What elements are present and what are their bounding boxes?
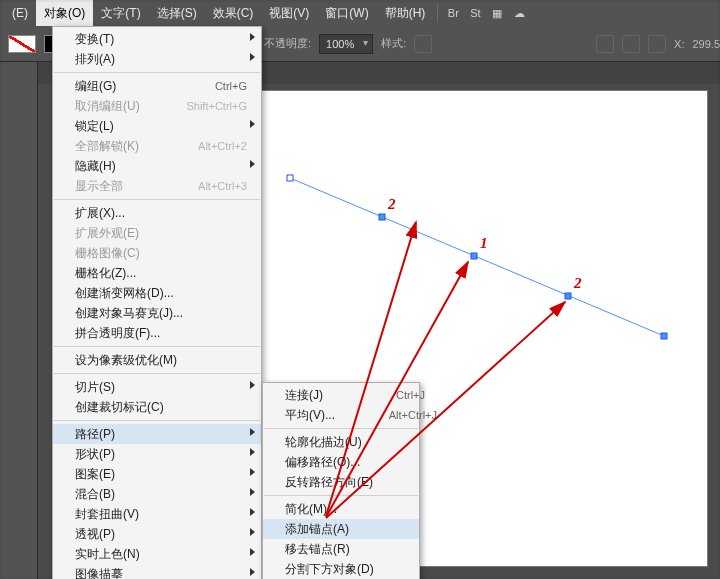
object-menu-item-label: 创建裁切标记(C) bbox=[75, 399, 247, 416]
object-menu-item[interactable]: 创建裁切标记(C) bbox=[53, 397, 261, 417]
arrange-docs-icon[interactable]: ▦ bbox=[486, 0, 508, 26]
object-menu-separator bbox=[54, 199, 260, 200]
object-menu-item-label: 变换(T) bbox=[75, 31, 247, 48]
object-menu-item-label: 显示全部 bbox=[75, 178, 175, 195]
path-submenu-item-label: 分割下方对象(D) bbox=[285, 561, 405, 578]
menu-item-help[interactable]: 帮助(H) bbox=[377, 0, 434, 26]
object-menu-item-label: 扩展(X)... bbox=[75, 205, 247, 222]
path-submenu-item-label: 简化(M)... bbox=[285, 501, 405, 518]
path-submenu-item[interactable]: 轮廓化描边(U) bbox=[263, 432, 419, 452]
object-menu-separator bbox=[54, 373, 260, 374]
object-menu-item-label: 隐藏(H) bbox=[75, 158, 247, 175]
submenu-arrow-icon bbox=[250, 33, 255, 41]
path-submenu: 连接(J)Ctrl+J平均(V)...Alt+Ctrl+J轮廓化描边(U)偏移路… bbox=[262, 382, 420, 579]
fill-swatch[interactable] bbox=[8, 35, 36, 53]
object-menu-item[interactable]: 混合(B) bbox=[53, 484, 261, 504]
path-submenu-item-label: 反转路径方向(E) bbox=[285, 474, 405, 491]
path-submenu-item-shortcut: Alt+Ctrl+J bbox=[365, 409, 437, 421]
submenu-arrow-icon bbox=[250, 428, 255, 436]
object-menu-item: 取消编组(U)Shift+Ctrl+G bbox=[53, 96, 261, 116]
object-menu-item[interactable]: 创建渐变网格(D)... bbox=[53, 283, 261, 303]
object-menu-item[interactable]: 形状(P) bbox=[53, 444, 261, 464]
object-menu-item[interactable]: 拼合透明度(F)... bbox=[53, 323, 261, 343]
object-menu-item[interactable]: 透视(P) bbox=[53, 524, 261, 544]
path-submenu-item-label: 轮廓化描边(U) bbox=[285, 434, 405, 451]
object-menu-item[interactable]: 路径(P) bbox=[53, 424, 261, 444]
path-submenu-item[interactable]: 添加锚点(A) bbox=[263, 519, 419, 539]
submenu-arrow-icon bbox=[250, 160, 255, 168]
path-submenu-item[interactable]: 连接(J)Ctrl+J bbox=[263, 385, 419, 405]
path-submenu-item-label: 平均(V)... bbox=[285, 407, 365, 424]
submenu-arrow-icon bbox=[250, 488, 255, 496]
stock-icon[interactable]: St bbox=[464, 0, 486, 26]
path-submenu-item[interactable]: 平均(V)...Alt+Ctrl+J bbox=[263, 405, 419, 425]
object-menu-item[interactable]: 设为像素级优化(M) bbox=[53, 350, 261, 370]
object-menu-item[interactable]: 创建对象马赛克(J)... bbox=[53, 303, 261, 323]
object-menu-item-label: 栅格图像(C) bbox=[75, 245, 247, 262]
path-submenu-item[interactable]: 简化(M)... bbox=[263, 499, 419, 519]
menu-item-select[interactable]: 选择(S) bbox=[149, 0, 205, 26]
object-menu-item[interactable]: 图像描摹 bbox=[53, 564, 261, 579]
object-menu-item[interactable]: 扩展(X)... bbox=[53, 203, 261, 223]
opacity-dropdown[interactable]: 100% bbox=[319, 34, 373, 54]
object-menu-item-label: 栅格化(Z)... bbox=[75, 265, 247, 282]
menu-item-view[interactable]: 视图(V) bbox=[261, 0, 317, 26]
object-menu-item-label: 实时上色(N) bbox=[75, 546, 247, 563]
path-submenu-item-label: 添加锚点(A) bbox=[285, 521, 405, 538]
menu-item-type[interactable]: 文字(T) bbox=[93, 0, 148, 26]
object-menu-item[interactable]: 排列(A) bbox=[53, 49, 261, 69]
object-menu-item-label: 混合(B) bbox=[75, 486, 247, 503]
menu-item-effect[interactable]: 效果(C) bbox=[205, 0, 262, 26]
object-menu-item[interactable]: 隐藏(H) bbox=[53, 156, 261, 176]
object-menu-separator bbox=[54, 346, 260, 347]
bridge-icon[interactable]: Br bbox=[442, 0, 464, 26]
object-menu-item-label: 创建渐变网格(D)... bbox=[75, 285, 247, 302]
path-submenu-item[interactable]: 反转路径方向(E) bbox=[263, 472, 419, 492]
submenu-arrow-icon bbox=[250, 53, 255, 61]
style-label: 样式: bbox=[381, 36, 406, 51]
object-menu-item[interactable]: 栅格化(Z)... bbox=[53, 263, 261, 283]
path-submenu-item[interactable]: 偏移路径(O)... bbox=[263, 452, 419, 472]
path-submenu-item[interactable]: 移去锚点(R) bbox=[263, 539, 419, 559]
object-menu-item: 栅格图像(C) bbox=[53, 243, 261, 263]
object-menu-item-label: 封套扭曲(V) bbox=[75, 506, 247, 523]
cloud-icon[interactable]: ☁ bbox=[508, 0, 530, 26]
object-menu-item[interactable]: 编组(G)Ctrl+G bbox=[53, 76, 261, 96]
path-submenu-item-label: 偏移路径(O)... bbox=[285, 454, 405, 471]
menu-item-window[interactable]: 窗口(W) bbox=[317, 0, 376, 26]
object-menu-item[interactable]: 图案(E) bbox=[53, 464, 261, 484]
submenu-arrow-icon bbox=[250, 568, 255, 576]
object-menu-item[interactable]: 锁定(L) bbox=[53, 116, 261, 136]
object-menu-item-label: 设为像素级优化(M) bbox=[75, 352, 247, 369]
style-swatch[interactable] bbox=[414, 35, 432, 53]
menu-item-edit[interactable]: (E) bbox=[4, 0, 36, 26]
object-menu-item[interactable]: 变换(T) bbox=[53, 29, 261, 49]
object-menu-item[interactable]: 实时上色(N) bbox=[53, 544, 261, 564]
submenu-arrow-icon bbox=[250, 120, 255, 128]
object-menu-item-label: 切片(S) bbox=[75, 379, 247, 396]
object-menu-separator bbox=[54, 72, 260, 73]
object-menu-item: 扩展外观(E) bbox=[53, 223, 261, 243]
menubar-separator bbox=[437, 4, 438, 22]
object-menu-item-label: 扩展外观(E) bbox=[75, 225, 247, 242]
transform-icon[interactable] bbox=[648, 35, 666, 53]
path-submenu-item-shortcut: Ctrl+J bbox=[353, 389, 425, 401]
object-menu-item: 显示全部Alt+Ctrl+3 bbox=[53, 176, 261, 196]
shape-mode-icon[interactable] bbox=[622, 35, 640, 53]
menubar: (E) 对象(O) 文字(T) 选择(S) 效果(C) 视图(V) 窗口(W) … bbox=[0, 0, 720, 26]
path-submenu-separator bbox=[264, 428, 418, 429]
object-menu-item: 全部解锁(K)Alt+Ctrl+2 bbox=[53, 136, 261, 156]
object-menu-item-shortcut: Ctrl+G bbox=[175, 80, 247, 92]
tool-selection[interactable] bbox=[3, 65, 35, 93]
align-icon[interactable] bbox=[596, 35, 614, 53]
path-submenu-item[interactable]: 分割下方对象(D) bbox=[263, 559, 419, 579]
x-value: 299.5 bbox=[692, 38, 720, 50]
object-menu-item-label: 图像描摹 bbox=[75, 566, 247, 580]
menu-item-object[interactable]: 对象(O) bbox=[36, 0, 93, 26]
object-menu-item[interactable]: 封套扭曲(V) bbox=[53, 504, 261, 524]
object-menu-item[interactable]: 切片(S) bbox=[53, 377, 261, 397]
opacity-label: 不透明度: bbox=[264, 36, 311, 51]
object-menu-item-label: 路径(P) bbox=[75, 426, 247, 443]
object-menu-item-shortcut: Shift+Ctrl+G bbox=[175, 100, 247, 112]
object-menu-item-label: 创建对象马赛克(J)... bbox=[75, 305, 247, 322]
